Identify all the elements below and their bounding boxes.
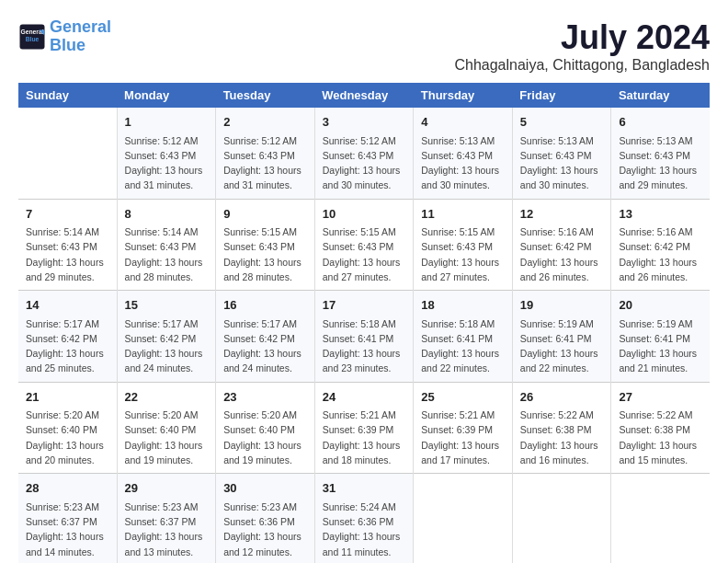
day-number: 30 xyxy=(223,479,307,498)
calendar-cell: 21Sunrise: 5:20 AMSunset: 6:40 PMDayligh… xyxy=(18,382,117,474)
calendar-cell xyxy=(611,474,710,563)
day-number: 1 xyxy=(125,113,209,132)
calendar-cell: 20Sunrise: 5:19 AMSunset: 6:41 PMDayligh… xyxy=(611,291,710,383)
calendar-cell: 19Sunrise: 5:19 AMSunset: 6:41 PMDayligh… xyxy=(512,291,611,383)
weekday-header: Thursday xyxy=(414,83,513,108)
day-info: Sunrise: 5:19 AMSunset: 6:41 PMDaylight:… xyxy=(619,316,702,376)
day-info: Sunrise: 5:12 AMSunset: 6:43 PMDaylight:… xyxy=(323,133,406,193)
calendar-cell: 15Sunrise: 5:17 AMSunset: 6:42 PMDayligh… xyxy=(117,291,216,383)
day-info: Sunrise: 5:16 AMSunset: 6:42 PMDaylight:… xyxy=(520,224,604,284)
calendar-week-row: 7Sunrise: 5:14 AMSunset: 6:43 PMDaylight… xyxy=(18,199,710,291)
day-info: Sunrise: 5:13 AMSunset: 6:43 PMDaylight:… xyxy=(619,133,702,193)
calendar-cell: 24Sunrise: 5:21 AMSunset: 6:39 PMDayligh… xyxy=(314,382,414,474)
day-number: 8 xyxy=(125,205,209,224)
day-info: Sunrise: 5:24 AMSunset: 6:36 PMDaylight:… xyxy=(323,500,406,559)
calendar-cell: 28Sunrise: 5:23 AMSunset: 6:37 PMDayligh… xyxy=(18,474,117,563)
weekday-header: Friday xyxy=(512,83,611,108)
day-number: 7 xyxy=(26,205,109,224)
calendar-table: SundayMondayTuesdayWednesdayThursdayFrid… xyxy=(18,83,710,563)
calendar-cell xyxy=(512,474,611,563)
title-block: July 2024 Chhagalnaiya, Chittagong, Bang… xyxy=(454,18,710,74)
day-number: 2 xyxy=(223,113,307,132)
day-info: Sunrise: 5:14 AMSunset: 6:43 PMDaylight:… xyxy=(125,224,209,284)
day-number: 16 xyxy=(223,296,307,315)
logo-text-blue: Blue xyxy=(50,37,111,55)
day-info: Sunrise: 5:22 AMSunset: 6:38 PMDaylight:… xyxy=(619,408,702,467)
calendar-cell: 10Sunrise: 5:15 AMSunset: 6:43 PMDayligh… xyxy=(314,199,414,291)
weekday-header-row: SundayMondayTuesdayWednesdayThursdayFrid… xyxy=(18,83,710,108)
day-number: 31 xyxy=(323,479,406,498)
day-number: 4 xyxy=(421,113,505,132)
calendar-cell: 17Sunrise: 5:18 AMSunset: 6:41 PMDayligh… xyxy=(314,291,414,383)
day-info: Sunrise: 5:21 AMSunset: 6:39 PMDaylight:… xyxy=(323,408,406,467)
day-number: 3 xyxy=(323,113,406,132)
calendar-week-row: 21Sunrise: 5:20 AMSunset: 6:40 PMDayligh… xyxy=(18,382,710,474)
day-info: Sunrise: 5:16 AMSunset: 6:42 PMDaylight:… xyxy=(619,224,702,284)
day-number: 6 xyxy=(619,113,702,132)
day-number: 28 xyxy=(26,479,109,498)
day-number: 15 xyxy=(125,296,209,315)
day-info: Sunrise: 5:13 AMSunset: 6:43 PMDaylight:… xyxy=(421,133,505,193)
day-info: Sunrise: 5:23 AMSunset: 6:37 PMDaylight:… xyxy=(125,500,209,559)
weekday-header: Monday xyxy=(117,83,216,108)
calendar-cell: 7Sunrise: 5:14 AMSunset: 6:43 PMDaylight… xyxy=(18,199,117,291)
logo-text: General xyxy=(50,18,111,37)
calendar-week-row: 1Sunrise: 5:12 AMSunset: 6:43 PMDaylight… xyxy=(18,108,710,199)
day-info: Sunrise: 5:15 AMSunset: 6:43 PMDaylight:… xyxy=(421,224,505,284)
calendar-cell: 13Sunrise: 5:16 AMSunset: 6:42 PMDayligh… xyxy=(611,199,710,291)
day-number: 23 xyxy=(223,388,307,407)
day-number: 11 xyxy=(421,205,505,224)
day-number: 9 xyxy=(223,205,307,224)
day-info: Sunrise: 5:19 AMSunset: 6:41 PMDaylight:… xyxy=(520,316,604,376)
calendar-cell: 12Sunrise: 5:16 AMSunset: 6:42 PMDayligh… xyxy=(512,199,611,291)
day-number: 12 xyxy=(520,205,604,224)
calendar-cell: 30Sunrise: 5:23 AMSunset: 6:36 PMDayligh… xyxy=(216,474,315,563)
day-number: 18 xyxy=(421,296,505,315)
day-number: 10 xyxy=(323,205,406,224)
calendar-cell: 9Sunrise: 5:15 AMSunset: 6:43 PMDaylight… xyxy=(216,199,315,291)
weekday-header: Tuesday xyxy=(216,83,315,108)
calendar-cell: 6Sunrise: 5:13 AMSunset: 6:43 PMDaylight… xyxy=(611,108,710,199)
calendar-cell: 2Sunrise: 5:12 AMSunset: 6:43 PMDaylight… xyxy=(216,108,315,199)
calendar-cell: 3Sunrise: 5:12 AMSunset: 6:43 PMDaylight… xyxy=(314,108,414,199)
calendar-cell xyxy=(414,474,513,563)
weekday-header: Sunday xyxy=(18,83,117,108)
day-number: 17 xyxy=(323,296,406,315)
day-number: 27 xyxy=(619,388,702,407)
day-info: Sunrise: 5:20 AMSunset: 6:40 PMDaylight:… xyxy=(223,408,307,467)
calendar-cell: 31Sunrise: 5:24 AMSunset: 6:36 PMDayligh… xyxy=(314,474,414,563)
day-number: 20 xyxy=(619,296,702,315)
calendar-cell: 16Sunrise: 5:17 AMSunset: 6:42 PMDayligh… xyxy=(216,291,315,383)
day-number: 25 xyxy=(421,388,505,407)
day-number: 26 xyxy=(520,388,604,407)
day-info: Sunrise: 5:21 AMSunset: 6:39 PMDaylight:… xyxy=(421,408,505,467)
day-info: Sunrise: 5:22 AMSunset: 6:38 PMDaylight:… xyxy=(520,408,604,467)
calendar-cell: 25Sunrise: 5:21 AMSunset: 6:39 PMDayligh… xyxy=(414,382,513,474)
day-number: 21 xyxy=(26,388,109,407)
weekday-header: Wednesday xyxy=(314,83,414,108)
calendar-cell: 8Sunrise: 5:14 AMSunset: 6:43 PMDaylight… xyxy=(117,199,216,291)
calendar-week-row: 14Sunrise: 5:17 AMSunset: 6:42 PMDayligh… xyxy=(18,291,710,383)
day-info: Sunrise: 5:17 AMSunset: 6:42 PMDaylight:… xyxy=(26,316,109,376)
day-info: Sunrise: 5:23 AMSunset: 6:36 PMDaylight:… xyxy=(223,500,307,559)
day-info: Sunrise: 5:12 AMSunset: 6:43 PMDaylight:… xyxy=(125,133,209,193)
day-info: Sunrise: 5:13 AMSunset: 6:43 PMDaylight:… xyxy=(520,133,604,193)
calendar-cell: 27Sunrise: 5:22 AMSunset: 6:38 PMDayligh… xyxy=(611,382,710,474)
day-info: Sunrise: 5:18 AMSunset: 6:41 PMDaylight:… xyxy=(323,316,406,376)
day-info: Sunrise: 5:17 AMSunset: 6:42 PMDaylight:… xyxy=(125,316,209,376)
calendar-cell: 18Sunrise: 5:18 AMSunset: 6:41 PMDayligh… xyxy=(414,291,513,383)
day-info: Sunrise: 5:20 AMSunset: 6:40 PMDaylight:… xyxy=(125,408,209,467)
logo-icon: General Blue xyxy=(18,23,46,51)
calendar-cell: 14Sunrise: 5:17 AMSunset: 6:42 PMDayligh… xyxy=(18,291,117,383)
day-info: Sunrise: 5:12 AMSunset: 6:43 PMDaylight:… xyxy=(223,133,307,193)
day-number: 22 xyxy=(125,388,209,407)
svg-text:Blue: Blue xyxy=(26,36,40,42)
day-number: 19 xyxy=(520,296,604,315)
calendar-cell: 23Sunrise: 5:20 AMSunset: 6:40 PMDayligh… xyxy=(216,382,315,474)
month-title: July 2024 xyxy=(454,18,710,57)
day-number: 14 xyxy=(26,296,109,315)
calendar-cell: 29Sunrise: 5:23 AMSunset: 6:37 PMDayligh… xyxy=(117,474,216,563)
calendar-week-row: 28Sunrise: 5:23 AMSunset: 6:37 PMDayligh… xyxy=(18,474,710,563)
day-number: 13 xyxy=(619,205,702,224)
calendar-cell: 22Sunrise: 5:20 AMSunset: 6:40 PMDayligh… xyxy=(117,382,216,474)
